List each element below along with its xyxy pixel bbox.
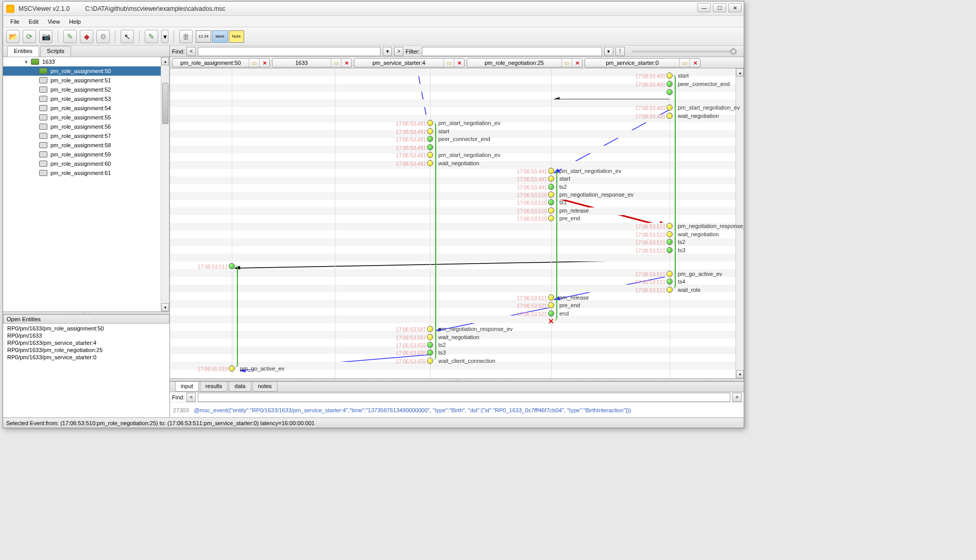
event-dot[interactable] (548, 294, 554, 301)
tree-item[interactable]: pm_role_assignment:50 (3, 66, 169, 76)
tree-item[interactable]: pm_role_assignment:52 (3, 85, 169, 94)
event-dot[interactable] (427, 326, 433, 332)
menu-file[interactable]: File (6, 17, 24, 26)
find-input[interactable] (198, 47, 381, 56)
tab-input[interactable]: input (175, 382, 199, 392)
scroll-down-icon[interactable]: ▾ (161, 303, 169, 311)
event-dot[interactable] (427, 152, 433, 158)
lane-minimize-icon[interactable]: ▭ (331, 59, 341, 67)
tree-item[interactable]: pm_role_assignment:59 (3, 150, 169, 159)
event-dot[interactable] (666, 278, 673, 285)
event-dot[interactable] (548, 207, 554, 214)
event-dot[interactable] (427, 120, 433, 126)
event-dot[interactable] (427, 128, 433, 134)
open-entity-item[interactable]: RP0/pm/1633/pm_service_starter:0 (7, 354, 165, 361)
event-dot[interactable] (548, 310, 554, 317)
minimize-button[interactable]: — (697, 3, 711, 12)
open-entity-item[interactable]: RP0/pm/1633 (7, 332, 165, 339)
tab-data[interactable]: data (229, 382, 251, 392)
highlighter-icon[interactable]: ✎ (145, 30, 158, 43)
lane-minimize-icon[interactable]: ▭ (249, 59, 259, 67)
tab-results[interactable]: results (200, 382, 228, 392)
tree-parent-node[interactable]: ▾ 1633 (3, 57, 169, 66)
tree-scrollbar[interactable]: ▴ ▾ (161, 57, 169, 311)
tree-item[interactable]: pm_role_assignment:58 (3, 141, 169, 150)
find-prev-button[interactable]: < (186, 47, 196, 56)
event-dot[interactable] (666, 73, 673, 79)
console-find-prev[interactable]: < (186, 393, 196, 402)
trash-icon[interactable]: 🗑 (179, 30, 193, 43)
find-dropdown-icon[interactable]: ▾ (383, 47, 392, 56)
open-entity-item[interactable]: RP0/pm/1633/pm_service_starter:4 (7, 339, 165, 346)
toggle-label[interactable]: label (212, 30, 228, 43)
tab-entities[interactable]: Entities (7, 46, 39, 57)
event-dot[interactable] (427, 136, 433, 142)
console-find-input[interactable] (198, 393, 730, 402)
open-file-icon[interactable]: 📂 (6, 30, 20, 43)
event-dot[interactable] (548, 215, 554, 221)
lane-close-icon[interactable]: ✕ (690, 59, 700, 67)
event-dot[interactable] (427, 160, 433, 166)
tree-item[interactable]: pm_role_assignment:60 (3, 159, 169, 168)
zoom-slider[interactable] (632, 50, 737, 52)
event-dot[interactable] (666, 223, 673, 229)
event-dot[interactable] (427, 334, 433, 340)
lane-close-icon[interactable]: ✕ (259, 59, 269, 67)
collapse-icon[interactable]: ▾ (24, 59, 29, 65)
camera-icon[interactable]: 📷 (39, 30, 53, 43)
event-dot[interactable] (666, 239, 673, 245)
event-dot[interactable] (548, 191, 554, 198)
scroll-up-icon[interactable]: ▴ (161, 57, 169, 65)
event-dot[interactable] (229, 365, 235, 372)
event-dot[interactable] (666, 113, 673, 119)
lane-close-icon[interactable]: ✕ (454, 59, 464, 67)
event-dot[interactable] (666, 89, 673, 95)
dropdown-icon[interactable]: ▾ (161, 30, 168, 43)
event-dot[interactable] (666, 247, 673, 253)
event-dot[interactable] (666, 287, 673, 293)
tab-notes[interactable]: notes (252, 382, 278, 392)
settings-icon[interactable]: ⚙ (96, 30, 110, 43)
delete-marker-icon[interactable]: ◆ (80, 30, 93, 43)
end-cross-icon[interactable]: ✕ (548, 319, 554, 325)
entity-tree[interactable]: ▾ 1633 pm_role_assignment:50pm_role_assi… (3, 57, 169, 311)
event-dot[interactable] (666, 104, 673, 111)
event-dot[interactable] (427, 144, 433, 150)
filter-input[interactable] (422, 47, 602, 56)
marker-icon[interactable]: ✎ (63, 30, 77, 43)
toggle-note[interactable]: Note (229, 30, 244, 43)
event-dot[interactable] (427, 358, 433, 364)
event-dot[interactable] (548, 199, 554, 205)
tree-item[interactable]: pm_role_assignment:56 (3, 122, 169, 131)
tree-item[interactable]: pm_role_assignment:51 (3, 76, 169, 85)
maximize-button[interactable]: ☐ (713, 3, 726, 12)
toggle-timestamp[interactable]: 12.34 (196, 30, 211, 43)
menu-view[interactable]: View (44, 17, 64, 26)
open-entity-item[interactable]: RP0/pm/1633/pm_role_negotiation:25 (7, 346, 165, 354)
event-dot[interactable] (666, 231, 673, 237)
lane-minimize-icon[interactable]: ▭ (561, 59, 572, 67)
lane-minimize-icon[interactable]: ▭ (443, 59, 454, 67)
event-dot[interactable] (666, 271, 673, 277)
lane-close-icon[interactable]: ✕ (572, 59, 582, 67)
event-dot[interactable] (427, 342, 433, 348)
filter-dropdown-icon[interactable]: ▾ (604, 47, 613, 56)
canvas-scroll-down-icon[interactable]: ▾ (736, 370, 744, 378)
event-dot[interactable] (427, 349, 433, 356)
tree-item[interactable]: pm_role_assignment:61 (3, 168, 169, 178)
event-dot[interactable] (548, 302, 554, 308)
filter-apply-button[interactable]: ! (615, 47, 625, 56)
tree-item[interactable]: pm_role_assignment:57 (3, 131, 169, 141)
event-dot[interactable] (548, 168, 554, 174)
find-next-button[interactable]: > (394, 47, 403, 56)
cursor-tool-icon[interactable]: ↖ (121, 30, 134, 43)
zoom-thumb[interactable] (730, 48, 737, 55)
open-entity-item[interactable]: RP0/pm/1633/pm_role_assignment:50 (7, 325, 165, 332)
msc-canvas[interactable]: ▴ ▾ 17:06:53.491start17:06:53.491peer_co… (170, 68, 744, 378)
event-dot[interactable] (666, 81, 673, 87)
console-find-next[interactable]: > (732, 393, 742, 402)
tree-item[interactable]: pm_role_assignment:55 (3, 113, 169, 122)
scroll-thumb[interactable] (162, 83, 168, 124)
lane-close-icon[interactable]: ✕ (341, 59, 351, 67)
event-dot[interactable] (548, 176, 554, 182)
